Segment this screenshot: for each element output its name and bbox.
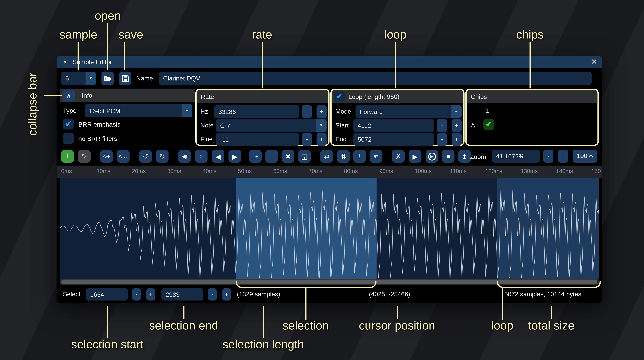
apply-filter-button[interactable]: ≋ <box>370 150 382 162</box>
select-label: Select <box>63 290 80 298</box>
no-brr-filters-checkbox[interactable]: ✔ <box>63 133 74 144</box>
invert-button[interactable]: ⇅ <box>337 150 350 162</box>
hz-plus-button[interactable]: + <box>316 105 327 118</box>
ruler-tick: 10ms <box>96 168 110 174</box>
total-size-text: 5072 samples, 10144 bytes <box>504 290 581 298</box>
preview-loop-icon: ▶ <box>428 152 436 160</box>
titlebar[interactable]: ▼ Sample Editor ✕ <box>56 56 602 68</box>
selection-end-minus-button[interactable]: - <box>208 288 217 300</box>
zoom-in-button[interactable]: + <box>558 150 568 162</box>
resize-button[interactable]: ∿+ <box>100 150 113 162</box>
folder-open-icon <box>104 75 112 82</box>
zoom-value-input[interactable]: 41.1672% <box>492 150 540 162</box>
annotation-line-rate <box>262 42 263 88</box>
ruler-tick: 60ms <box>273 168 287 174</box>
selection-start-plus-button[interactable]: + <box>146 288 155 300</box>
chip-enable-checkbox[interactable]: ✔ <box>484 119 494 130</box>
name-input[interactable]: Clarinet DQV <box>159 72 592 85</box>
insert-silence-button[interactable]: _+ <box>249 150 262 162</box>
export-icon: ↥ <box>462 152 468 160</box>
sign-convert-button[interactable]: ± <box>354 150 366 162</box>
loop-start-minus-button[interactable]: - <box>437 119 447 132</box>
ruler-tick: 20ms <box>132 168 146 174</box>
preview-button[interactable]: ▶ <box>409 150 422 162</box>
ruler-tick: 30ms <box>167 168 181 174</box>
resample-button[interactable]: ∿↔ <box>117 150 130 162</box>
annotation-line-selection-start <box>107 306 108 338</box>
brr-emphasis-checkbox[interactable]: ✔ <box>63 118 74 130</box>
selection-start-minus-button[interactable]: - <box>132 288 141 300</box>
loop-end-input[interactable]: 5072 <box>354 133 434 146</box>
stop-preview-button[interactable]: ■ <box>442 150 454 162</box>
loop-mode-dropdown[interactable]: Forward ▼ <box>356 105 462 118</box>
sample-editor-window: ▼ Sample Editor ✕ 6 ▼ Name Clarinet DQV <box>56 56 602 303</box>
type-dropdown[interactable]: 16-bit PCM ▼ <box>85 104 192 118</box>
sample-number-dropdown[interactable]: 6 ▼ <box>61 72 96 85</box>
fade-out-button[interactable]: ▶ <box>228 150 241 162</box>
annotation-collapse-bar: collapse bar <box>26 61 40 136</box>
annotation-line-total-size <box>551 306 552 319</box>
info-header-label: Info <box>82 89 92 102</box>
chips-header: Chips <box>467 90 598 103</box>
waveform-canvas[interactable] <box>60 178 599 279</box>
collapse-bar-button[interactable]: ∧ <box>63 90 74 102</box>
loop-end-label: End <box>336 135 346 142</box>
annotation-line-cursor-position <box>396 306 398 319</box>
zoom-reset-button[interactable]: 100% <box>573 150 597 162</box>
export-button[interactable]: ↥ <box>458 150 471 162</box>
loop-start-plus-button[interactable]: + <box>452 119 462 132</box>
redo-button[interactable]: ↻ <box>156 150 168 162</box>
cursor-position-text: (4025, -25466) <box>369 290 410 298</box>
open-button[interactable] <box>102 72 114 85</box>
rate-panel: Rate Hz 33286 - + Note C-7 ▼ Fine -11 - … <box>196 89 330 146</box>
select-range-button[interactable]: ⌶ <box>61 150 74 162</box>
delete-icon: ✖ <box>285 152 291 160</box>
window-collapse-icon[interactable]: ▼ <box>63 60 67 64</box>
chevron-down-icon[interactable]: ▼ <box>316 119 327 132</box>
crossfade-loop-button[interactable]: ✗ <box>392 150 405 162</box>
loop-start-input[interactable]: 4112 <box>354 119 434 132</box>
close-icon[interactable]: ✕ <box>591 58 597 66</box>
trim-button[interactable]: ◱ <box>298 150 311 162</box>
ruler: 0ms10ms20ms30ms40ms50ms60ms70ms80ms90ms1… <box>56 166 602 178</box>
fine-input[interactable]: -11 <box>216 133 299 146</box>
ruler-tick: 140ms <box>556 168 573 174</box>
fine-minus-button[interactable]: - <box>302 133 312 146</box>
reverse-button[interactable]: ⇄ <box>320 150 333 162</box>
annotation-loop-top: loop <box>384 28 406 42</box>
hz-input[interactable]: 33286 <box>214 105 299 118</box>
chips-column-header: 1 <box>486 107 490 114</box>
undo-button[interactable]: ↺ <box>139 150 152 162</box>
save-button[interactable] <box>119 72 131 85</box>
annotation-sample: sample <box>60 28 97 42</box>
chevron-down-icon[interactable]: ▼ <box>86 72 96 85</box>
chevron-down-icon[interactable]: ▼ <box>182 104 192 118</box>
selection-start-input[interactable]: 1654 <box>86 288 128 300</box>
preview-icon: ▶ <box>412 152 418 160</box>
apply-silence-button[interactable]: _* <box>265 150 278 162</box>
fine-plus-button[interactable]: + <box>316 133 327 146</box>
hz-minus-button[interactable]: - <box>302 105 312 118</box>
preview-loop-button[interactable]: ▶ <box>426 150 438 162</box>
loop-end-minus-button[interactable]: - <box>437 133 447 146</box>
loop-header-label: Loop (length: 960) <box>348 90 400 103</box>
selection-end-input[interactable]: 2983 <box>162 288 204 300</box>
ruler-tick: 90ms <box>379 168 393 174</box>
fade-in-button[interactable]: ◀ <box>212 150 224 162</box>
selection-end-plus-button[interactable]: + <box>222 288 231 300</box>
waveform-view[interactable] <box>60 178 599 279</box>
annotation-cursor-position: cursor position <box>359 319 435 332</box>
chevron-down-icon[interactable]: ▼ <box>451 105 462 118</box>
info-header: ∧ Info <box>60 89 195 102</box>
delete-button[interactable]: ✖ <box>282 150 294 162</box>
amplify-button[interactable]: ◀) <box>178 150 191 162</box>
normalize-button[interactable]: ↕ <box>195 150 208 162</box>
annotation-brace-selection <box>236 281 376 288</box>
zoom-out-button[interactable]: - <box>544 150 554 162</box>
zoom-label: Zoom <box>470 153 486 160</box>
annotation-line-open <box>107 23 108 70</box>
loop-checkbox[interactable]: ✔ <box>334 91 345 102</box>
draw-button[interactable]: ✎ <box>78 150 90 162</box>
loop-end-plus-button[interactable]: + <box>452 133 462 146</box>
note-dropdown[interactable]: C-7 ▼ <box>216 119 326 132</box>
